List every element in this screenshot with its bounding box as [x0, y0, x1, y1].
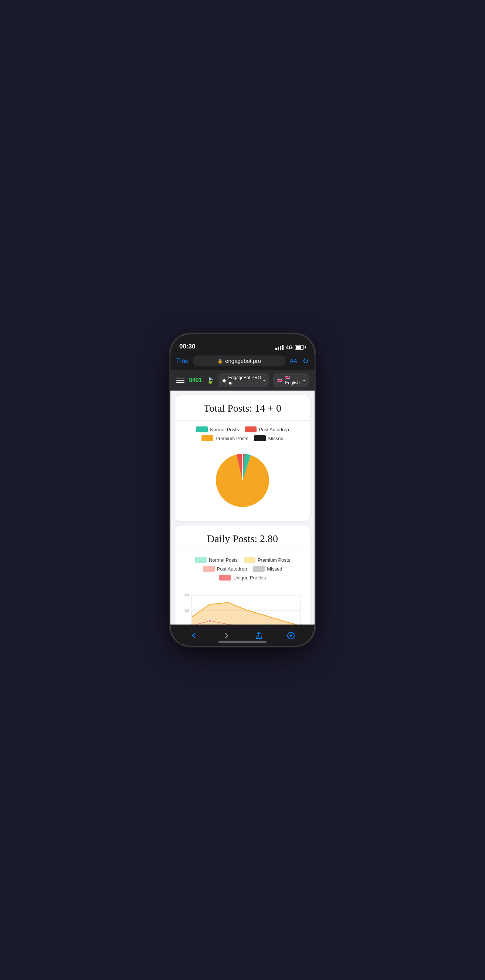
browser-actions: AA ↻ — [290, 356, 309, 366]
legend-label-daily-unique: Unique Profiles — [233, 575, 266, 581]
legend-swatch-daily-premium — [244, 557, 255, 563]
url-bar[interactable]: 🔒 engagebot.pro — [193, 355, 286, 366]
legend-label-missed: Missed — [268, 436, 283, 441]
legend-item-daily-autodrop: Post Autodrop — [203, 566, 247, 572]
url-text: engagebot.pro — [225, 358, 261, 364]
network-label: 4G — [286, 344, 293, 350]
legend-label-premium: Premium Posts — [215, 436, 248, 441]
legend-item-normal: Normal Posts — [196, 426, 239, 432]
screen: 00:30 4G — [171, 334, 314, 646]
language-selector[interactable]: 🇬🇧 🇬🇧 English ▾ — [273, 373, 309, 387]
total-posts-legend: Normal Posts Post Autodrop Premium Posts — [181, 426, 304, 441]
share-button[interactable] — [250, 632, 267, 640]
legend-label-autodrop: Post Autodrop — [259, 427, 289, 432]
line-chart-container: 20 10 0 — [181, 587, 304, 625]
svg-text:20: 20 — [185, 593, 189, 597]
pie-chart — [213, 451, 272, 510]
signal-bar-4 — [282, 345, 284, 350]
content-area: Total Posts: 14 + 0 Normal Posts Post Au… — [171, 391, 314, 625]
home-indicator — [219, 641, 266, 643]
workspace-name: EngageBot.PRO ◆.. — [228, 375, 262, 385]
workspace-icon: ◆ — [222, 377, 226, 383]
hamburger-menu[interactable] — [176, 378, 185, 383]
legend-item-daily-missed: Missed — [253, 566, 282, 572]
total-posts-card: Total Posts: 14 + 0 Normal Posts Post Au… — [175, 395, 310, 521]
battery-icon — [295, 345, 306, 350]
line-chart: 20 10 0 — [181, 589, 304, 625]
svg-text:10: 10 — [185, 608, 189, 612]
legend-item-daily-normal: Normal Posts — [195, 557, 238, 563]
lang-chevron: ▾ — [303, 379, 305, 382]
pie-chart-container — [181, 447, 304, 514]
legend-swatch-autodrop — [245, 426, 257, 432]
workspace-chevron: ▾ — [263, 379, 265, 382]
legend-label-daily-missed: Missed — [267, 566, 282, 572]
legend-swatch-missed — [254, 435, 266, 441]
total-posts-title: Total Posts: 14 + 0 — [181, 402, 304, 414]
signal-bars — [275, 345, 284, 350]
workspace-selector[interactable]: ◆ EngageBot.PRO ◆.. ▾ — [219, 373, 269, 387]
coin-count: 9401 — [189, 377, 202, 383]
flag-icon: 🇬🇧 — [277, 378, 283, 383]
browser-bar: Fine 🔒 engagebot.pro AA ↻ — [171, 353, 314, 370]
legend-item-autodrop: Post Autodrop — [245, 426, 289, 432]
forward-button[interactable] — [218, 632, 235, 639]
status-icons: 4G — [275, 344, 306, 350]
legend-swatch-normal — [196, 426, 208, 432]
daily-posts-title: Daily Posts: 2.80 — [181, 533, 304, 545]
legend-swatch-daily-missed — [253, 566, 265, 572]
legend-item-missed: Missed — [254, 435, 283, 441]
signal-bar-3 — [280, 346, 281, 350]
back-label[interactable]: Fine — [176, 357, 188, 365]
notch — [215, 334, 270, 347]
legend-label-daily-premium: Premium Posts — [258, 557, 290, 563]
legend-item-daily-unique: Unique Profiles — [219, 574, 266, 581]
refresh-icon[interactable]: ↻ — [302, 356, 309, 366]
legend-label-daily-autodrop: Post Autodrop — [217, 566, 247, 572]
legend-swatch-daily-normal — [195, 557, 207, 563]
legend-label-normal: Normal Posts — [210, 427, 239, 432]
legend-swatch-premium — [201, 435, 213, 441]
aa-button[interactable]: AA — [290, 358, 297, 364]
legend-label-daily-normal: Normal Posts — [209, 557, 238, 563]
daily-posts-legend: Normal Posts Premium Posts Post Autodrop — [181, 557, 304, 581]
signal-bar-2 — [278, 347, 279, 350]
compass-button[interactable] — [283, 632, 299, 640]
coin-icon: 🍃 — [207, 377, 214, 384]
language-label: 🇬🇧 English — [285, 375, 301, 385]
back-button[interactable] — [186, 632, 202, 639]
legend-item-premium: Premium Posts — [201, 435, 248, 441]
lock-icon: 🔒 — [217, 358, 223, 364]
nav-bar: 9401 🍃 ◆ EngageBot.PRO ◆.. ▾ 🇬🇧 🇬🇧 Engli… — [171, 370, 314, 391]
legend-swatch-daily-autodrop — [203, 566, 215, 572]
legend-item-daily-premium: Premium Posts — [244, 557, 290, 563]
daily-posts-card: Daily Posts: 2.80 Normal Posts Premium P… — [175, 525, 310, 625]
dot-autodrop-1 — [209, 619, 211, 622]
legend-swatch-daily-unique — [219, 574, 231, 581]
signal-bar-1 — [275, 348, 277, 350]
phone-frame: 00:30 4G — [171, 334, 314, 646]
